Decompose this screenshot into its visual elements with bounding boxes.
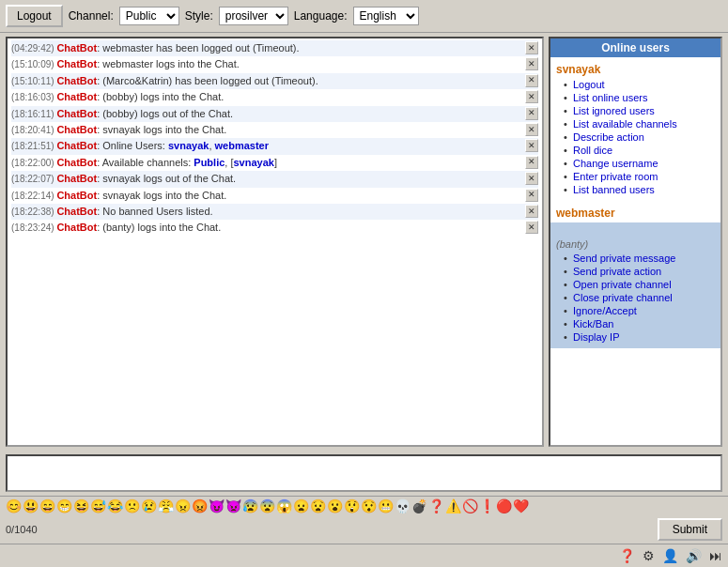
emoji-button[interactable]: 😱 bbox=[276, 499, 292, 513]
emoji-button[interactable]: ❤️ bbox=[513, 499, 529, 513]
close-message-btn[interactable]: ✕ bbox=[525, 139, 538, 152]
emoji-button[interactable]: 😧 bbox=[310, 499, 326, 513]
msg-text: (15:10:09) ChatBot: webmaster logs into … bbox=[11, 57, 523, 71]
close-message-btn[interactable]: ✕ bbox=[525, 57, 538, 70]
chat-messages[interactable]: (04:29:42) ChatBot: webmaster has been l… bbox=[8, 38, 542, 445]
chat-input[interactable] bbox=[6, 454, 722, 492]
table-row: (15:10:09) ChatBot: webmaster logs into … bbox=[11, 56, 538, 72]
selected-user-sub: (banty) bbox=[556, 238, 715, 250]
table-row: (04:29:42) ChatBot: webmaster has been l… bbox=[11, 40, 538, 56]
emoji-button[interactable]: ❓ bbox=[428, 499, 444, 513]
style-select[interactable]: prosilver subsilver bbox=[219, 7, 288, 25]
help-icon[interactable]: ❓ bbox=[619, 548, 635, 563]
emoji-button[interactable]: 😲 bbox=[344, 499, 360, 513]
emoji-button[interactable]: 💀 bbox=[395, 499, 410, 513]
emoji-button[interactable]: 😯 bbox=[361, 499, 377, 513]
close-message-btn[interactable]: ✕ bbox=[525, 189, 538, 202]
list-item[interactable]: Open private channel bbox=[564, 278, 715, 291]
emoji-button[interactable]: 😰 bbox=[242, 499, 258, 513]
list-item[interactable]: Display IP bbox=[564, 330, 715, 344]
emoji-button[interactable]: 😆 bbox=[73, 499, 89, 513]
emoji-button[interactable]: 😨 bbox=[259, 499, 275, 513]
close-message-btn[interactable]: ✕ bbox=[525, 90, 538, 103]
list-item[interactable]: Send private message bbox=[564, 252, 715, 265]
list-item[interactable]: Change username bbox=[564, 157, 715, 170]
emoji-button[interactable]: 😤 bbox=[158, 499, 174, 513]
list-item[interactable]: Describe action bbox=[564, 130, 715, 144]
close-message-btn[interactable]: ✕ bbox=[525, 74, 538, 87]
msg-text: (18:20:41) ChatBot: svnayak logs into th… bbox=[11, 123, 523, 137]
content-area: (04:29:42) ChatBot: webmaster has been l… bbox=[0, 33, 728, 451]
list-item[interactable]: Close private channel bbox=[564, 291, 715, 304]
list-item[interactable]: List available channels bbox=[564, 117, 715, 130]
list-item[interactable]: Send private action bbox=[564, 265, 715, 278]
sound-icon[interactable]: 🔊 bbox=[686, 548, 702, 563]
close-message-btn[interactable]: ✕ bbox=[525, 156, 538, 169]
right-panel: Online users svnayak LogoutList online u… bbox=[549, 37, 722, 447]
style-label: Style: bbox=[185, 9, 213, 23]
list-item[interactable]: Kick/Ban bbox=[564, 317, 715, 330]
svnayak-name[interactable]: svnayak bbox=[556, 63, 715, 76]
emoji-button[interactable]: 😮 bbox=[327, 499, 343, 513]
scrollable-right[interactable]: svnayak LogoutList online usersList igno… bbox=[550, 57, 720, 445]
language-label: Language: bbox=[294, 9, 348, 23]
emoji-button[interactable]: 😄 bbox=[39, 499, 55, 513]
toolbar: Logout Channel: Public Private Style: pr… bbox=[0, 0, 728, 33]
table-row: (18:22:14) ChatBot: svnayak logs into th… bbox=[11, 188, 538, 204]
bottom-row: 0/1040 Submit bbox=[0, 515, 728, 544]
list-item[interactable]: Enter private room bbox=[564, 170, 715, 183]
channel-select[interactable]: Public Private bbox=[119, 7, 179, 25]
logout-button[interactable]: Logout bbox=[6, 5, 63, 27]
emoji-button[interactable]: 😅 bbox=[90, 499, 106, 513]
emoji-button[interactable]: ⚠️ bbox=[445, 499, 461, 513]
online-users-header: Online users bbox=[550, 38, 720, 57]
webmaster-section: webmaster bbox=[550, 201, 720, 222]
skip-icon[interactable]: ⏭ bbox=[709, 548, 722, 563]
table-row: (18:22:00) ChatBot: Available channels: … bbox=[11, 155, 538, 171]
list-item[interactable]: List online users bbox=[564, 91, 715, 104]
list-item[interactable]: Ignore/Accept bbox=[564, 304, 715, 317]
msg-text: (18:22:07) ChatBot: svnayak logs out of … bbox=[11, 172, 523, 186]
msg-text: (18:22:00) ChatBot: Available channels: … bbox=[11, 156, 523, 170]
emoji-button[interactable]: 😊 bbox=[6, 499, 22, 513]
main-container: Logout Channel: Public Private Style: pr… bbox=[0, 0, 728, 567]
emoji-button[interactable]: 😬 bbox=[378, 499, 394, 513]
webmaster-name[interactable]: webmaster bbox=[556, 207, 715, 220]
emoji-button[interactable]: 😃 bbox=[23, 499, 39, 513]
settings-icon[interactable]: ⚙ bbox=[643, 548, 655, 563]
emoji-button[interactable]: 😢 bbox=[141, 499, 157, 513]
close-message-btn[interactable]: ✕ bbox=[525, 123, 538, 136]
emoji-button[interactable]: 😡 bbox=[192, 499, 208, 513]
channel-label: Channel: bbox=[69, 9, 114, 23]
msg-text: (18:16:03) ChatBot: (bobby) logs into th… bbox=[11, 90, 523, 104]
table-row: (18:16:11) ChatBot: (bobby) logs out of … bbox=[11, 106, 538, 122]
emoji-button[interactable]: 😂 bbox=[107, 499, 123, 513]
emoji-button[interactable]: 😠 bbox=[175, 499, 191, 513]
svnayak-menu: LogoutList online usersList ignored user… bbox=[556, 76, 715, 198]
emoji-button[interactable]: 🚫 bbox=[462, 499, 478, 513]
emoji-bar: 😊😃😄😁😆😅😂🙁😢😤😠😡😈👿😰😨😱😦😧😮😲😯😬💀💣❓⚠️🚫❗🔴❤️ bbox=[0, 496, 728, 515]
emoji-button[interactable]: 😦 bbox=[293, 499, 309, 513]
close-message-btn[interactable]: ✕ bbox=[525, 41, 538, 54]
user-icon[interactable]: 👤 bbox=[662, 548, 678, 563]
close-message-btn[interactable]: ✕ bbox=[525, 172, 538, 185]
submit-button[interactable]: Submit bbox=[658, 518, 722, 541]
list-item[interactable]: List ignored users bbox=[564, 104, 715, 117]
language-select[interactable]: English German French bbox=[353, 7, 419, 25]
msg-text: (18:16:11) ChatBot: (bobby) logs out of … bbox=[11, 107, 523, 121]
list-item[interactable]: List banned users bbox=[564, 183, 715, 196]
table-row: (18:20:41) ChatBot: svnayak logs into th… bbox=[11, 122, 538, 138]
list-item[interactable]: Logout bbox=[564, 78, 715, 91]
emoji-button[interactable]: 🙁 bbox=[124, 499, 140, 513]
list-item[interactable]: Roll dice bbox=[564, 144, 715, 157]
emoji-button[interactable]: 😈 bbox=[209, 499, 225, 513]
emoji-button[interactable]: ❗ bbox=[479, 499, 495, 513]
close-message-btn[interactable]: ✕ bbox=[525, 205, 538, 218]
emoji-button[interactable]: 💣 bbox=[411, 499, 427, 513]
emoji-button[interactable]: 👿 bbox=[225, 499, 241, 513]
close-message-btn[interactable]: ✕ bbox=[525, 107, 538, 120]
table-row: (18:22:38) ChatBot: No banned Users list… bbox=[11, 204, 538, 220]
emoji-button[interactable]: 🔴 bbox=[496, 499, 512, 513]
close-message-btn[interactable]: ✕ bbox=[525, 221, 538, 234]
emoji-button[interactable]: 😁 bbox=[56, 499, 72, 513]
